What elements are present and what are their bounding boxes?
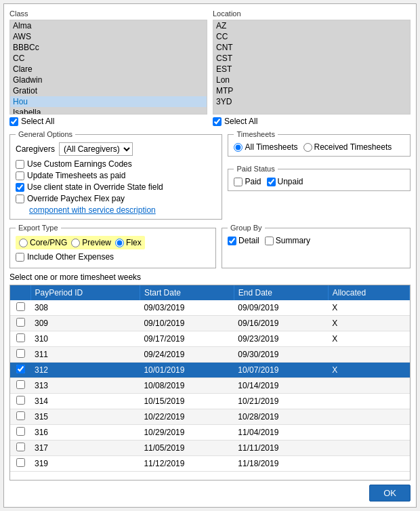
row-checkbox[interactable] xyxy=(16,380,25,389)
class-item[interactable]: Hou xyxy=(10,96,207,107)
flex-radio[interactable] xyxy=(115,239,124,247)
location-item[interactable]: Lon xyxy=(213,75,410,85)
top-section: Class AlmaAWSBBBCcCCClareGladwinGratiotH… xyxy=(9,9,411,126)
row-checkbox-cell[interactable] xyxy=(10,394,30,409)
table-row[interactable]: 31711/05/201911/11/2019 xyxy=(10,441,410,456)
received-timesheets-radio[interactable] xyxy=(303,143,312,152)
row-start-date: 09/17/2019 xyxy=(140,331,234,347)
class-select-all-checkbox[interactable] xyxy=(9,117,18,126)
ok-button[interactable]: OK xyxy=(369,485,411,502)
location-select-all-label[interactable]: Select All xyxy=(224,117,257,126)
table-row[interactable]: 30909/10/201909/16/2019X xyxy=(10,316,410,331)
table-row[interactable]: 31109/24/201909/30/2019 xyxy=(10,347,410,363)
location-item[interactable]: 3YD xyxy=(213,96,410,107)
include-expenses-label[interactable]: Include Other Expenses xyxy=(27,252,114,262)
client-state-checkbox[interactable] xyxy=(16,183,24,192)
location-item[interactable]: AZ xyxy=(213,20,410,31)
include-expenses-checkbox[interactable] xyxy=(16,253,24,262)
row-checkbox[interactable] xyxy=(16,365,25,373)
client-state-label[interactable]: Use client state in Override State field xyxy=(27,182,163,192)
all-timesheets-radio[interactable] xyxy=(234,143,243,152)
row-checkbox-cell[interactable] xyxy=(10,456,30,472)
table-row[interactable]: 31009/17/201909/23/2019X xyxy=(10,331,410,347)
class-item[interactable]: Gladwin xyxy=(10,75,207,85)
row-checkbox-cell[interactable] xyxy=(10,425,30,441)
paychex-checkbox[interactable] xyxy=(16,195,24,203)
timesheets-legend: Timesheets xyxy=(234,130,277,138)
table-row[interactable]: 31310/08/201910/14/2019 xyxy=(10,378,410,394)
class-listbox[interactable]: AlmaAWSBBBCcCCClareGladwinGratiotHouIsab… xyxy=(9,20,207,115)
row-checkbox-cell[interactable] xyxy=(10,409,30,425)
caregivers-select[interactable]: (All Caregivers) xyxy=(59,142,133,156)
row-checkbox[interactable] xyxy=(16,427,25,436)
row-checkbox[interactable] xyxy=(16,458,25,467)
flex-label[interactable]: Flex xyxy=(126,238,142,247)
update-timesheets-checkbox[interactable] xyxy=(16,171,24,180)
table-row[interactable]: 31210/01/201910/07/2019X xyxy=(10,363,410,378)
unpaid-label[interactable]: Unpaid xyxy=(278,177,303,186)
row-checkbox-cell[interactable] xyxy=(10,300,30,316)
received-timesheets-label[interactable]: Received Timesheets xyxy=(314,142,392,152)
location-item[interactable]: CNT xyxy=(213,42,410,53)
class-item[interactable]: Isabella xyxy=(10,107,207,115)
table-row[interactable]: 31610/29/201911/04/2019 xyxy=(10,425,410,441)
row-checkbox-cell[interactable] xyxy=(10,316,30,331)
paychex-link[interactable]: component with service description xyxy=(29,205,156,215)
row-allocated xyxy=(328,378,409,394)
row-checkbox[interactable] xyxy=(16,302,25,311)
row-checkbox-cell[interactable] xyxy=(10,363,30,378)
location-item[interactable]: CC xyxy=(213,31,410,42)
table-row[interactable]: 30809/03/201909/09/2019X xyxy=(10,300,410,316)
location-item[interactable]: CST xyxy=(213,53,410,64)
summary-checkbox[interactable] xyxy=(265,237,274,245)
class-item[interactable]: Gratiot xyxy=(10,85,207,96)
row-checkbox[interactable] xyxy=(16,411,25,420)
table-row[interactable]: 31410/15/201910/21/2019 xyxy=(10,394,410,409)
summary-label[interactable]: Summary xyxy=(276,236,310,245)
row-checkbox-cell[interactable] xyxy=(10,347,30,363)
class-item[interactable]: AWS xyxy=(10,31,207,42)
row-checkbox-cell[interactable] xyxy=(10,331,30,347)
preview-radio[interactable] xyxy=(71,239,80,247)
include-expenses-row: Include Other Expenses xyxy=(16,252,210,262)
class-select-all-label[interactable]: Select All xyxy=(21,117,54,126)
row-payperiod-id: 309 xyxy=(30,316,140,331)
custom-earnings-label[interactable]: Use Custom Earnings Codes xyxy=(27,159,132,169)
class-item[interactable]: CC xyxy=(10,53,207,64)
preview-label[interactable]: Preview xyxy=(82,238,111,247)
paychex-label[interactable]: Override Paychex Flex pay xyxy=(27,194,125,203)
class-item[interactable]: BBBCc xyxy=(10,42,207,53)
paid-checkbox[interactable] xyxy=(234,178,243,186)
table-wrapper[interactable]: PayPeriod ID Start Date End Date Allocat… xyxy=(9,285,411,481)
row-checkbox[interactable] xyxy=(16,396,25,405)
class-title: Class xyxy=(9,9,207,18)
row-checkbox-cell[interactable] xyxy=(10,441,30,456)
detail-label[interactable]: Detail xyxy=(238,236,259,245)
class-item[interactable]: Alma xyxy=(10,20,207,31)
location-select-all-checkbox[interactable] xyxy=(213,117,222,126)
table-row[interactable]: 31510/22/201910/28/2019 xyxy=(10,409,410,425)
class-item[interactable]: Clare xyxy=(10,64,207,75)
core-png-label[interactable]: Core/PNG xyxy=(30,238,67,247)
row-checkbox-cell[interactable] xyxy=(10,378,30,394)
location-item[interactable]: MTP xyxy=(213,85,410,96)
core-png-radio[interactable] xyxy=(19,239,28,247)
row-payperiod-id: 315 xyxy=(30,409,140,425)
update-timesheets-label[interactable]: Update Timesheets as paid xyxy=(27,171,125,180)
row-checkbox[interactable] xyxy=(16,443,25,451)
row-checkbox[interactable] xyxy=(16,318,25,327)
opt-paychex: Override Paychex Flex pay xyxy=(16,194,216,203)
all-timesheets-label[interactable]: All Timesheets xyxy=(245,142,297,152)
location-item[interactable]: EST xyxy=(213,64,410,75)
table-row[interactable]: 31911/12/201911/18/2019 xyxy=(10,456,410,472)
col-payperiod-id: PayPeriod ID xyxy=(30,285,140,300)
location-listbox[interactable]: AZCCCNTCSTESTLonMTP3YD xyxy=(213,20,411,115)
custom-earnings-checkbox[interactable] xyxy=(16,160,24,169)
row-start-date: 10/15/2019 xyxy=(140,394,234,409)
row-checkbox[interactable] xyxy=(16,349,25,358)
unpaid-checkbox[interactable] xyxy=(267,178,276,186)
row-checkbox[interactable] xyxy=(16,333,25,342)
detail-checkbox[interactable] xyxy=(228,237,236,245)
caregivers-row: Caregivers (All Caregivers) xyxy=(16,142,216,156)
paid-label[interactable]: Paid xyxy=(245,177,261,186)
